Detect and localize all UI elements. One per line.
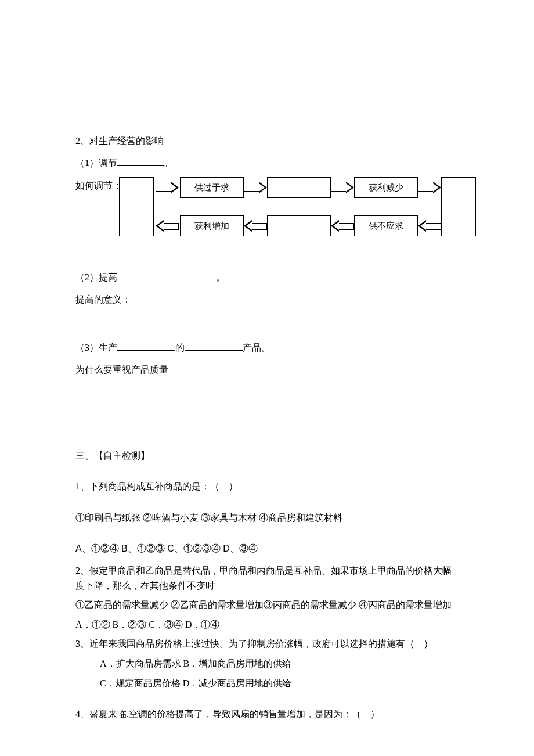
q1-given: ①印刷品与纸张 ②啤酒与小麦 ③家具与木材 ④商品房和建筑材料	[75, 510, 459, 525]
section2-title: 2、对生产经营的影响	[75, 134, 459, 149]
blank-3b	[185, 341, 243, 351]
diagram-label: 如何调节：	[75, 178, 122, 193]
blank-1	[117, 157, 164, 166]
arrow-right-icon	[331, 183, 354, 192]
item3-suffix: 产品。	[243, 343, 270, 352]
q3-options-2: C．规定商品房价格 D．减少商品房用地的供给	[75, 676, 459, 691]
q3-stem: 3、近年来我国商品房价格上涨过快。为了抑制房价涨幅，政府可以选择的措施有（ ）	[75, 636, 459, 651]
blank-3a	[117, 341, 175, 351]
item-3: （3）生产的产品。	[75, 340, 459, 355]
item2-suffix: 。	[216, 272, 225, 282]
arrow-right-icon	[156, 183, 179, 192]
q2-stem: 2、假定甲商品和乙商品是替代品，甲商品和丙商品是互补品。如果市场上甲商品的价格大…	[75, 563, 459, 593]
arrow-left-icon	[244, 221, 267, 231]
diagram-box-top-3	[267, 177, 331, 198]
item3-mid: 的	[175, 343, 185, 352]
item1-prefix: （1）调节	[75, 158, 117, 168]
q4-stem: 4、盛夏来临,空调的价格提高了，导致风扇的销售量增加，是因为：（ ）	[75, 707, 459, 722]
diagram-box-right	[441, 177, 476, 236]
diagram-box-bot-3	[267, 215, 331, 236]
diagram-box-left	[119, 177, 154, 236]
item-1: （1）调节。	[75, 156, 459, 171]
q1-stem: 1、下列商品构成互补商品的是：（ ）	[75, 479, 459, 494]
arrow-left-icon	[418, 221, 441, 231]
diagram-box-bot-4: 供不应求	[354, 215, 418, 236]
q2-options: A．①② B．②③ C．③④ D．①④	[75, 617, 459, 632]
item-2: （2）提高。	[75, 270, 459, 285]
flow-diagram: 如何调节： 供过于求 获利减少 获利增加 供不应求	[75, 177, 459, 247]
diagram-box-bot-2: 获利增加	[180, 215, 244, 236]
diagram-box-top-4: 获利减少	[354, 177, 418, 198]
blank-2	[117, 271, 216, 280]
item-2-sub: 提高的意义：	[75, 292, 459, 307]
q3-options-1: A．扩大商品房需求 B．增加商品房用地的供给	[75, 656, 459, 671]
q2-given: ①乙商品的需求量减少 ②乙商品的需求量增加③丙商品的需求量减少 ④丙商品的需求量…	[75, 597, 459, 613]
item3-prefix: （3）生产	[75, 343, 117, 352]
q1-options: A、①②④ B、①②③ C、①②③④ D、③④	[75, 541, 459, 556]
item2-prefix: （2）提高	[75, 272, 117, 282]
arrow-right-icon	[418, 183, 441, 192]
arrow-right-icon	[244, 183, 267, 192]
section3-title: 三、【自主检测】	[75, 448, 459, 463]
arrow-left-icon	[331, 221, 354, 231]
arrow-left-icon	[156, 221, 179, 231]
item-3-sub: 为什么要重视产品质量	[75, 362, 459, 377]
diagram-box-top-2: 供过于求	[180, 177, 244, 198]
item1-suffix: 。	[164, 158, 173, 168]
